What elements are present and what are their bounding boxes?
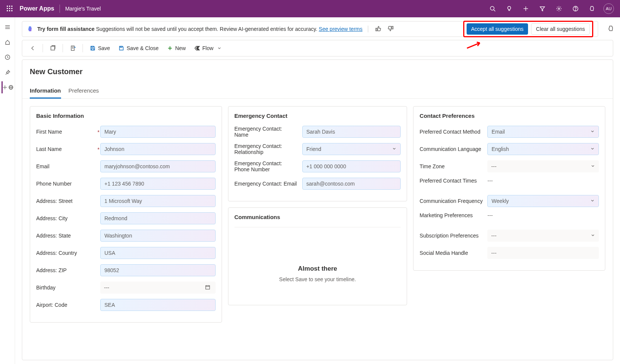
tab-bar: Information Preferences — [22, 85, 613, 99]
recent-icon[interactable] — [2, 51, 14, 63]
field-input[interactable]: English — [487, 143, 599, 155]
help-icon[interactable] — [568, 1, 583, 16]
field-input[interactable]: Johnson — [100, 143, 216, 155]
new-button[interactable]: New — [164, 42, 189, 54]
field-language: Communication Language English — [419, 143, 599, 155]
open-in-new-button[interactable] — [47, 42, 59, 54]
section-title: Basic Information — [36, 113, 216, 119]
page-title: New Customer — [22, 67, 613, 85]
field-label: Email — [36, 163, 100, 169]
form-assist-button[interactable] — [67, 42, 79, 54]
field-input[interactable]: sarah@contoso.com — [302, 178, 401, 190]
field-input[interactable]: 98052 — [100, 264, 216, 276]
svg-rect-35 — [205, 285, 210, 289]
field-label: Preferred Contact Method — [419, 129, 487, 135]
command-bar: Save Save & Close New Flow — [22, 40, 613, 56]
home-icon[interactable] — [2, 36, 14, 48]
save-button[interactable]: Save — [87, 42, 113, 54]
divider — [63, 44, 63, 52]
field-input[interactable]: --- — [487, 247, 599, 259]
field-timezone: Time Zone --- — [419, 160, 599, 172]
field-input[interactable]: Friend — [302, 143, 401, 155]
preview-terms-link[interactable]: See preview terms — [319, 26, 363, 32]
svg-rect-30 — [92, 46, 93, 47]
field-label: Address: Street — [36, 198, 100, 204]
copilot-hint-icon — [27, 26, 34, 32]
field-input[interactable]: Mary — [100, 126, 216, 138]
plus-icon[interactable] — [518, 1, 533, 16]
svg-line-10 — [494, 10, 495, 11]
form-container: New Customer Information Preferences Bas… — [22, 59, 613, 360]
divider — [60, 5, 60, 13]
svg-rect-6 — [7, 10, 8, 11]
field-label: Address: Country — [36, 250, 100, 256]
svg-rect-8 — [11, 10, 12, 11]
section-emergency: Emergency Contact Emergency Contact: Nam… — [228, 106, 407, 201]
search-icon[interactable] — [485, 1, 500, 16]
field-label: Emergency Contact: Name — [234, 126, 302, 138]
lightbulb-icon[interactable] — [502, 1, 517, 16]
field-ec-relationship: Emergency Contact: Relationship Friend — [234, 143, 401, 155]
tab-preferences[interactable]: Preferences — [69, 85, 99, 98]
save-close-button[interactable]: Save & Close — [115, 42, 162, 54]
field-marketing: Marketing Preferences --- — [419, 212, 599, 224]
field-country: Address: Country USA — [36, 247, 216, 259]
field-input[interactable]: Redmond — [100, 212, 216, 224]
back-button[interactable] — [27, 42, 39, 54]
svg-rect-31 — [92, 49, 94, 50]
field-input[interactable]: --- — [487, 230, 599, 242]
field-value[interactable]: --- — [487, 178, 493, 184]
left-sidebar — [0, 17, 15, 364]
flow-button[interactable]: Flow — [191, 42, 225, 54]
field-contact-times: Preferred Contact Times --- — [419, 178, 599, 190]
field-input[interactable]: +1 123 456 7890 — [100, 178, 216, 190]
divider — [234, 227, 401, 227]
field-input[interactable]: Email — [487, 126, 599, 138]
user-avatar[interactable]: AU — [601, 1, 616, 16]
pin-icon[interactable] — [2, 66, 14, 78]
field-input[interactable]: Washington — [100, 230, 216, 242]
tab-information[interactable]: Information — [30, 85, 61, 98]
hamburger-icon[interactable] — [2, 21, 14, 33]
field-value[interactable]: --- — [487, 212, 493, 218]
field-input[interactable]: 1 Microsoft Way — [100, 195, 216, 207]
copilot-icon[interactable] — [585, 1, 600, 16]
waffle-icon[interactable] — [4, 3, 16, 15]
filter-icon[interactable] — [535, 1, 550, 16]
app-name: Power Apps — [20, 5, 54, 12]
form-body[interactable]: Basic Information First Name Mary Last N… — [22, 99, 613, 360]
svg-rect-1 — [9, 6, 10, 7]
field-label: Emergency Contact: Relationship — [234, 143, 302, 155]
clear-all-button[interactable]: Clear all suggestions — [531, 23, 590, 35]
thumbs-up-icon[interactable] — [374, 25, 383, 34]
header-actions: AU — [485, 1, 616, 16]
calendar-icon[interactable] — [205, 285, 212, 291]
divider — [43, 44, 43, 52]
field-input[interactable]: Sarah Davis — [302, 126, 401, 138]
divider — [83, 44, 83, 52]
svg-point-16 — [576, 10, 576, 11]
environment-name[interactable]: Margie's Travel — [65, 6, 101, 12]
section-title: Communications — [234, 214, 401, 220]
section-basic-info: Basic Information First Name Mary Last N… — [30, 106, 222, 323]
chevron-down-icon — [590, 129, 595, 135]
field-input[interactable]: SEA — [100, 299, 216, 311]
field-input[interactable]: --- — [487, 160, 599, 172]
field-input[interactable]: +1 000 000 0000 — [302, 160, 401, 172]
field-social: Social Media Handle --- — [419, 247, 599, 259]
svg-point-14 — [558, 8, 560, 9]
svg-rect-7 — [9, 10, 10, 11]
notification-text: Try form fill assistance Suggestions wil… — [37, 26, 363, 32]
accept-all-button[interactable]: Accept all suggestions — [467, 23, 528, 35]
gear-icon[interactable] — [551, 1, 566, 16]
field-airport: Airport: Code SEA — [36, 299, 216, 311]
sidebar-active-entity[interactable] — [2, 81, 14, 93]
field-input[interactable]: USA — [100, 247, 216, 259]
field-input[interactable]: --- — [100, 282, 216, 294]
field-input[interactable]: maryjohnson@contoso.com — [100, 160, 216, 172]
copilot-panel-icon[interactable] — [607, 25, 615, 34]
field-last-name: Last Name Johnson — [36, 143, 216, 155]
field-input[interactable]: Weekly — [487, 195, 599, 207]
thumbs-down-icon[interactable] — [386, 25, 395, 34]
chevron-down-icon — [392, 146, 396, 152]
